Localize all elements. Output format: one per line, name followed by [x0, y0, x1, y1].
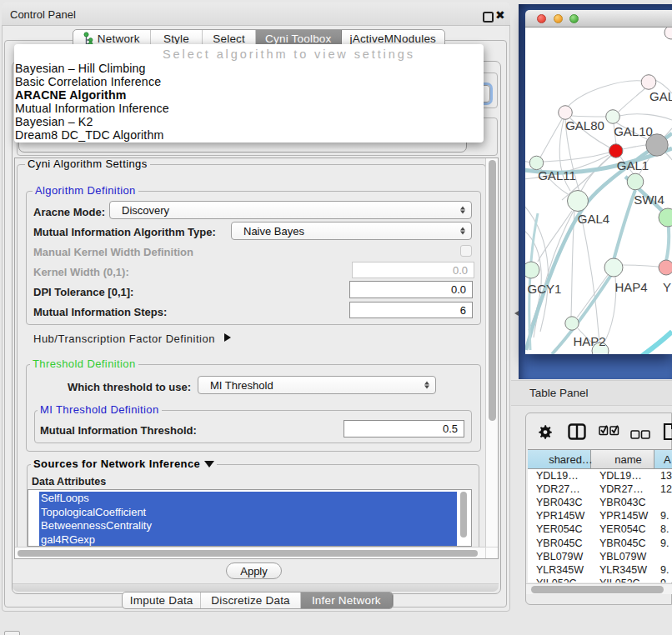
- network-edge-thick[interactable]: [639, 332, 672, 354]
- zoom-traffic-light[interactable]: [569, 14, 579, 23]
- dropdown-item-6[interactable]: Dream8 DC_TDC Algorithm: [15, 128, 163, 142]
- table-panel-title: Table Panel: [529, 387, 589, 399]
- cell-value: 9.: [654, 538, 672, 549]
- network-node-hap2[interactable]: [565, 317, 579, 330]
- close-icon[interactable]: ✖: [495, 8, 505, 22]
- cell-shared-name: YBL079W: [528, 551, 591, 562]
- table-row[interactable]: YIL052CYIL052C9.: [528, 577, 672, 582]
- network-node-hap4[interactable]: [604, 258, 623, 277]
- dropdown-prompt: Select algorithm to view settings: [163, 48, 415, 61]
- cell-value: 8.: [654, 523, 672, 535]
- checked-boxes-icon[interactable]: [599, 424, 619, 439]
- tab-infer-network[interactable]: Infer Network: [301, 592, 393, 608]
- cell-name: YBR043C: [591, 497, 654, 508]
- control-panel-titlebar: [2, 2, 510, 26]
- cell-value: 12: [654, 483, 672, 495]
- cell-value: 9.: [654, 564, 672, 576]
- cell-name: YPR145W: [591, 510, 654, 522]
- tab-well-strip: [13, 583, 499, 592]
- table-row[interactable]: YBL079WYBL079W: [528, 550, 672, 563]
- minimize-traffic-light[interactable]: [554, 14, 563, 23]
- node-label: GAL10: [614, 124, 653, 138]
- node-label: HAP4: [614, 280, 647, 294]
- tab-impute-data[interactable]: Impute Data: [123, 592, 201, 608]
- table-row[interactable]: YLR345WYLR345W9.: [528, 563, 672, 577]
- cell-value: 13: [654, 470, 672, 482]
- network-window-titlebar[interactable]: [525, 10, 672, 28]
- network-edge[interactable]: [623, 265, 659, 267]
- cell-name: YLR345W: [591, 564, 654, 576]
- table-hscrollbar-thumb[interactable]: [531, 586, 664, 593]
- tab-label: Discretize Data: [211, 594, 290, 607]
- network-window: GALGAL80GAL10GAL1GAL11SWI4GAL4GCY1HAP4YH…: [525, 10, 672, 354]
- table-row[interactable]: YDR27…YDR27…12: [528, 482, 672, 496]
- network-node-gal4[interactable]: [568, 191, 589, 212]
- unchecked-boxes-icon[interactable]: [630, 428, 650, 442]
- dropdown-item-2[interactable]: Basic Correlation Inference: [15, 75, 161, 88]
- split-columns-icon[interactable]: [568, 423, 586, 443]
- close-traffic-light[interactable]: [537, 14, 546, 23]
- tab-label: Select: [213, 32, 245, 45]
- dropdown-item-3[interactable]: ARACNE Algorithm: [15, 88, 127, 102]
- cell-shared-name: YDR27…: [528, 483, 591, 495]
- column-header-3[interactable]: A: [654, 450, 672, 468]
- cell-name: YDL19…: [591, 470, 654, 482]
- cell-value: 9.: [654, 578, 672, 582]
- network-edge[interactable]: [619, 114, 672, 120]
- screenshot-stage: Control Panel✖NetworkStyleSelectCyni Too…: [0, 0, 672, 635]
- node-label: GCY1: [528, 282, 562, 296]
- network-node-gal80[interactable]: [559, 106, 573, 120]
- table-hscrollbar[interactable]: [526, 583, 672, 594]
- node-label: GAL80: [565, 118, 604, 132]
- network-node[interactable]: [664, 28, 672, 39]
- tab-label: Network: [98, 32, 140, 45]
- network-node-y[interactable]: [659, 260, 672, 275]
- network-edge[interactable]: [540, 119, 562, 158]
- dropdown-item-5[interactable]: Bayesian – K2: [15, 115, 93, 128]
- panel-title: Control Panel: [10, 8, 76, 21]
- cell-shared-name: YBR045C: [528, 538, 591, 549]
- network-canvas[interactable]: GALGAL80GAL10GAL1GAL11SWI4GAL4GCY1HAP4YH…: [525, 28, 672, 354]
- network-edge[interactable]: [665, 152, 672, 160]
- network-node-gal[interactable]: [641, 75, 656, 90]
- tab-discretize-data[interactable]: Discretize Data: [201, 592, 300, 608]
- cell-name: YIL052C: [591, 578, 654, 582]
- network-edge[interactable]: [544, 152, 609, 162]
- table-row[interactable]: YDL19…YDL19…13: [528, 469, 672, 482]
- network-edge[interactable]: [623, 145, 646, 149]
- gear-icon[interactable]: [538, 424, 552, 442]
- network-node-gal1[interactable]: [609, 144, 623, 158]
- network-edge[interactable]: [580, 211, 599, 342]
- node-label: GAL4: [578, 212, 609, 226]
- cell-shared-name: YER054C: [528, 523, 591, 535]
- float-window-icon[interactable]: [483, 12, 494, 22]
- cell-value: 9.: [654, 510, 672, 522]
- cell-name: YBR045C: [591, 538, 654, 549]
- network-node-gal10[interactable]: [606, 110, 620, 124]
- node-label: HAP2: [573, 334, 605, 348]
- network-edge[interactable]: [568, 81, 642, 107]
- table-row[interactable]: YER054CYER054C8.: [528, 522, 672, 536]
- cell-shared-name: YIL052C: [528, 578, 591, 582]
- dropdown-item-1[interactable]: Bayesian – Hill Climbing: [15, 62, 146, 75]
- network-edge-thick[interactable]: [614, 190, 635, 260]
- node-label: GAL: [649, 89, 672, 103]
- dropdown-item-4[interactable]: Mutual Information Inference: [15, 102, 169, 115]
- column-header-2[interactable]: name: [591, 450, 654, 468]
- algorithm-dropdown-popup: Select algorithm to view settingsBayesia…: [14, 44, 484, 142]
- document-icon[interactable]: [663, 422, 672, 444]
- network-edge[interactable]: [619, 88, 646, 112]
- table-row[interactable]: YPR145WYPR145W9.: [528, 509, 672, 522]
- table-row[interactable]: YBR045CYBR045C9.: [528, 537, 672, 550]
- settings-viewport-border: [14, 158, 499, 559]
- network-edge[interactable]: [572, 116, 606, 117]
- tab-label: Infer Network: [312, 594, 381, 607]
- table-row[interactable]: YBR043CYBR043C: [528, 496, 672, 509]
- table-header-row: shared…nameA: [528, 449, 672, 469]
- tab-label: jActiveMNodules: [350, 32, 437, 45]
- apply-button[interactable]: Apply: [226, 562, 282, 579]
- node-label: Y: [663, 280, 671, 294]
- column-header-1[interactable]: shared…: [528, 450, 591, 468]
- network-node-gcy1[interactable]: [525, 262, 539, 278]
- network-node-swi4[interactable]: [627, 173, 644, 190]
